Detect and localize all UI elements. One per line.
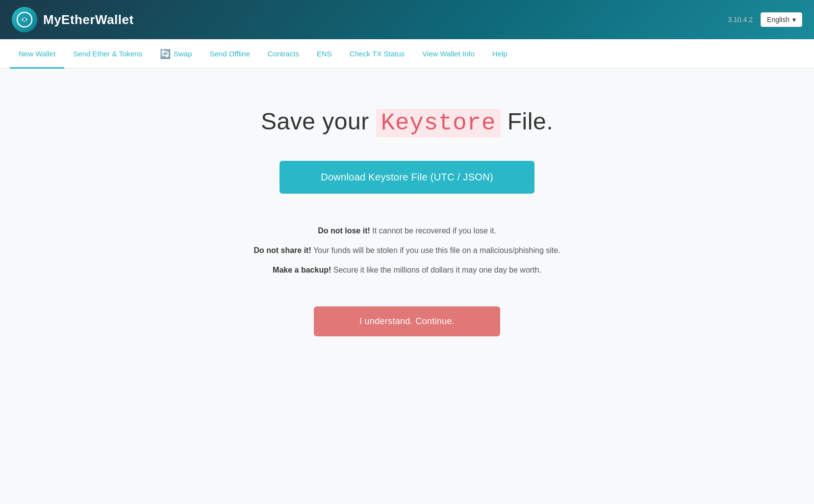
logo-icon — [12, 7, 37, 32]
language-selector[interactable]: English ▾ — [761, 12, 802, 27]
title-highlight: Keystore — [376, 109, 501, 137]
swap-icon: 🔄 — [160, 49, 171, 59]
nav-item-help[interactable]: Help — [483, 39, 516, 69]
title-post: File. — [508, 108, 553, 134]
warning-1-bold: Do not lose it! — [318, 227, 370, 235]
title-pre: Save your — [261, 108, 369, 134]
warning-3-bold: Make a backup! — [273, 266, 331, 274]
app-title: MyEtherWallet — [43, 12, 134, 27]
language-label: English — [767, 16, 789, 24]
nav-item-new-wallet[interactable]: New Wallet — [10, 39, 64, 69]
warning-2-bold: Do not share it! — [254, 246, 311, 254]
nav-item-send-offline[interactable]: Send Offline — [201, 39, 258, 69]
chevron-down-icon: ▾ — [792, 16, 796, 24]
nav-item-contracts[interactable]: Contracts — [259, 39, 308, 69]
nav-item-view-wallet[interactable]: View Wallet Info — [413, 39, 483, 69]
main-content: Save your Keystore File. Download Keysto… — [0, 69, 814, 504]
warning-2-text: Your funds will be stolen if you use thi… — [313, 246, 560, 254]
warning-3-text: Secure it like the millions of dollars i… — [333, 266, 541, 274]
warnings-section: Do not lose it! It cannot be recovered i… — [254, 223, 560, 282]
download-keystore-button[interactable]: Download Keystore File (UTC / JSON) — [280, 161, 534, 194]
navigation: New Wallet Send Ether & Tokens 🔄 Swap Se… — [0, 39, 814, 69]
nav-item-ens[interactable]: ENS — [308, 39, 341, 69]
warning-line-1: Do not lose it! It cannot be recovered i… — [254, 223, 560, 239]
warning-1-text: It cannot be recovered if you lose it. — [372, 227, 496, 235]
warning-line-3: Make a backup! Secure it like the millio… — [254, 262, 560, 278]
warning-line-2: Do not share it! Your funds will be stol… — [254, 243, 560, 258]
nav-item-check-tx[interactable]: Check TX Status — [341, 39, 413, 69]
continue-button[interactable]: I understand. Continue. — [314, 306, 500, 336]
version-text: 3.10.4.2 — [728, 16, 753, 24]
nav-item-swap[interactable]: 🔄 Swap — [151, 39, 201, 69]
page-title: Save your Keystore File. — [261, 108, 553, 136]
nav-item-send-ether[interactable]: Send Ether & Tokens — [64, 39, 151, 69]
svg-point-1 — [23, 18, 26, 21]
header: MyEtherWallet 3.10.4.2 English ▾ — [0, 0, 814, 39]
logo: MyEtherWallet — [12, 7, 134, 32]
header-right: 3.10.4.2 English ▾ — [728, 12, 802, 27]
